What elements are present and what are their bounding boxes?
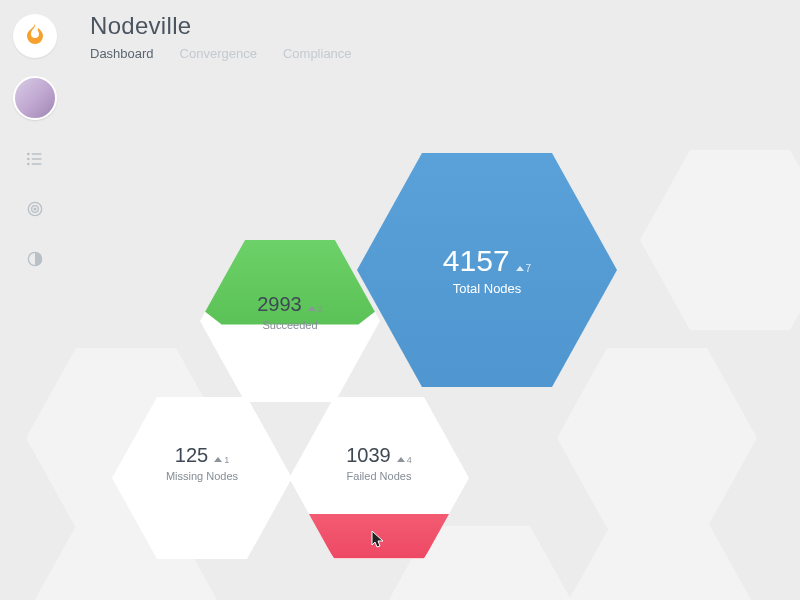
missing-label: Missing Nodes (166, 470, 238, 482)
hex-empty (560, 516, 760, 600)
svg-point-0 (27, 153, 30, 156)
succeeded-delta: 2 (308, 304, 323, 314)
succeeded-value: 2993 (257, 293, 302, 316)
failed-label: Failed Nodes (347, 470, 412, 482)
failed-delta: 4 (397, 455, 412, 465)
avatar[interactable] (13, 76, 57, 120)
tab-dashboard[interactable]: Dashboard (90, 46, 154, 61)
value-row: 2993 2 (257, 293, 323, 316)
radar-icon[interactable] (24, 198, 46, 220)
hex-empty (557, 338, 757, 538)
svg-rect-3 (32, 158, 42, 160)
hex-total-nodes[interactable]: 4157 7 Total Nodes (357, 140, 617, 400)
app-logo[interactable] (13, 14, 57, 58)
hex-empty (640, 140, 800, 340)
contrast-icon[interactable] (24, 248, 46, 270)
hex-content: 2993 2 Succeeded (200, 231, 380, 411)
total-value: 4157 (443, 244, 510, 278)
total-delta: 7 (516, 263, 532, 274)
flame-icon (23, 22, 47, 50)
value-row: 125 1 (175, 444, 229, 467)
tabs: Dashboard Convergence Compliance (90, 46, 352, 61)
failed-value: 1039 (346, 444, 391, 467)
total-label: Total Nodes (453, 281, 522, 296)
tab-compliance[interactable]: Compliance (283, 46, 352, 61)
list-icon[interactable] (24, 148, 46, 170)
svg-rect-1 (32, 153, 42, 155)
svg-rect-5 (32, 163, 42, 165)
hex-succeeded[interactable]: 2993 2 Succeeded (200, 231, 380, 411)
header: Nodeville Dashboard Convergence Complian… (90, 12, 352, 61)
value-row: 4157 7 (443, 244, 531, 278)
value-row: 1039 4 (346, 444, 412, 467)
tab-convergence[interactable]: Convergence (180, 46, 257, 61)
svg-point-4 (27, 163, 30, 166)
svg-point-2 (27, 158, 30, 161)
svg-point-8 (34, 208, 36, 210)
sidebar-rail (0, 0, 70, 600)
hex-content: 4157 7 Total Nodes (357, 140, 617, 400)
app-title: Nodeville (90, 12, 352, 40)
succeeded-label: Succeeded (262, 319, 317, 331)
missing-delta: 1 (214, 455, 229, 465)
missing-value: 125 (175, 444, 208, 467)
